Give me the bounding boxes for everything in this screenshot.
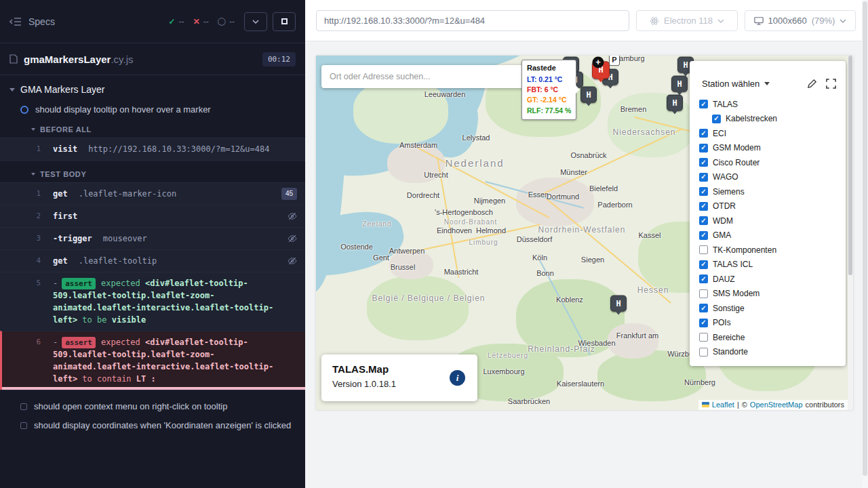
- before-all-section[interactable]: BEFORE ALL: [0, 119, 305, 138]
- station-icon: H: [677, 79, 682, 89]
- collapse-all-button[interactable]: [244, 12, 267, 31]
- command-number: 4: [23, 256, 41, 267]
- station-icon: H: [683, 60, 688, 70]
- layer-toggle-item[interactable]: ✓TALAS: [699, 97, 846, 112]
- checkbox-unchecked-icon[interactable]: [699, 348, 708, 357]
- command-row[interactable]: 6-assertexpected <div#leaflet-tooltip-50…: [0, 331, 305, 390]
- stop-run-button[interactable]: [273, 12, 296, 31]
- layer-label: TALAS ICL: [713, 260, 753, 269]
- layer-toggle-item[interactable]: ✓WAGO: [699, 170, 846, 185]
- checkbox-checked-icon[interactable]: ✓: [699, 187, 708, 196]
- test-body-commands: 1get.leaflet-marker-icon452first3-trigge…: [0, 182, 305, 390]
- osm-link[interactable]: OpenStreetMap: [750, 401, 803, 409]
- map-marker-station[interactable]: H: [667, 95, 683, 111]
- specs-label[interactable]: Specs: [28, 16, 55, 27]
- checkbox-checked-icon[interactable]: ✓: [699, 129, 708, 138]
- layer-toggle-item[interactable]: Bereiche: [699, 330, 846, 345]
- checkbox-checked-icon[interactable]: ✓: [699, 319, 708, 327]
- layer-label: GSM Modem: [713, 143, 761, 152]
- layer-toggle-item[interactable]: ✓DAUZ: [699, 272, 846, 287]
- layer-toggle-item[interactable]: ✓OTDR: [699, 199, 846, 214]
- checkbox-unchecked-icon[interactable]: [699, 333, 708, 342]
- station-select-dropdown[interactable]: Station wählen: [702, 79, 770, 89]
- station-panel-header: Station wählen: [690, 61, 846, 94]
- command-row[interactable]: 2first: [0, 205, 305, 227]
- command-row[interactable]: 3-triggermouseover: [0, 227, 305, 249]
- test-body-section[interactable]: TEST BODY: [0, 164, 305, 182]
- layer-label: Bereiche: [713, 333, 745, 342]
- assert-badge: assert: [62, 337, 96, 348]
- layer-toggle-item[interactable]: ✓GMA: [699, 228, 846, 243]
- checkbox-checked-icon[interactable]: ✓: [699, 202, 708, 211]
- layer-toggle-item[interactable]: ✓ECI: [699, 126, 846, 141]
- contributors-label: contributors: [806, 401, 844, 409]
- stat-passed: ✓--: [169, 17, 184, 26]
- test-item-active[interactable]: should display tooltip on hover over a m…: [0, 100, 305, 119]
- iframe-scrollbar[interactable]: [848, 56, 853, 410]
- map-marker-station[interactable]: H: [580, 87, 597, 103]
- layer-toggle-item[interactable]: TK-Komponenten: [699, 243, 846, 258]
- assert-progress-bar: [2, 387, 305, 390]
- checkbox-unchecked-icon[interactable]: [699, 289, 708, 298]
- command-row[interactable]: 1visithttp://192.168.10.33:3000/?m=12&u=…: [0, 138, 305, 160]
- checkbox-checked-icon[interactable]: ✓: [699, 173, 708, 182]
- layer-toggle-item[interactable]: ✓POIs: [699, 316, 846, 331]
- checkbox-checked-icon[interactable]: ✓: [699, 260, 708, 269]
- edit-pencil-icon[interactable]: [807, 79, 817, 89]
- station-icon: H: [586, 90, 591, 100]
- checkbox-checked-icon[interactable]: ✓: [699, 216, 708, 225]
- layer-label: WAGO: [713, 172, 738, 182]
- app-map[interactable]: HamburgBremenNiedersachsenGroningenLeeuw…: [316, 56, 853, 410]
- layer-toggle-item[interactable]: ✓TALAS ICL: [699, 258, 846, 272]
- command-dash: -: [53, 338, 58, 347]
- layer-toggle-item[interactable]: ✓Cisco Router: [699, 155, 846, 170]
- layer-toggle-item[interactable]: SMS Modem: [699, 287, 846, 302]
- test-pending-icon: [20, 422, 27, 429]
- attribution-separator: |: [737, 401, 739, 409]
- checkbox-checked-icon[interactable]: ✓: [699, 144, 708, 152]
- viewport-selector[interactable]: 1000x660 (79%): [745, 10, 856, 31]
- command-row[interactable]: 5-assertexpected <div#leaflet-tooltip-50…: [0, 272, 305, 331]
- url-bar[interactable]: [316, 10, 629, 31]
- suite-header[interactable]: GMA Markers Layer: [0, 75, 305, 100]
- checkbox-checked-icon[interactable]: ✓: [699, 100, 708, 108]
- marker-plus-icon[interactable]: +: [593, 57, 604, 68]
- layer-toggle-item[interactable]: ✓Siemens: [699, 184, 846, 199]
- layer-toggle-item[interactable]: ✓Sonstige: [699, 301, 846, 316]
- tooltip-measurement: RLF: 77.54 %: [527, 106, 571, 116]
- suite-title: GMA Markers Layer: [20, 84, 104, 95]
- checkbox-checked-icon[interactable]: ✓: [699, 274, 708, 283]
- layer-toggle-item[interactable]: ✓Kabelstrecken: [712, 112, 846, 127]
- test-item[interactable]: should display coordinates when 'Koordin…: [0, 416, 305, 435]
- marker-p-icon[interactable]: P: [609, 56, 620, 66]
- spec-header[interactable]: gmaMarkersLayer.cy.js 00:12: [0, 43, 305, 75]
- checkbox-checked-icon[interactable]: ✓: [699, 231, 708, 240]
- command-row[interactable]: 1get.leaflet-marker-icon45: [0, 183, 305, 205]
- info-icon[interactable]: i: [450, 370, 465, 386]
- map-marker-station[interactable]: H: [610, 296, 627, 312]
- checkbox-checked-icon[interactable]: ✓: [712, 115, 721, 123]
- command-number: 6: [23, 337, 41, 348]
- checkbox-unchecked-icon[interactable]: [699, 245, 708, 254]
- command-number: 1: [23, 188, 41, 200]
- browser-selector[interactable]: Electron 118: [636, 10, 738, 31]
- command-row[interactable]: 4get.leaflet-tooltip: [0, 249, 305, 272]
- page-scrollbar-thumb[interactable]: [863, 1, 867, 476]
- fullscreen-icon[interactable]: [826, 79, 836, 89]
- chevron-down-icon: [717, 19, 724, 23]
- leaflet-link[interactable]: Leaflet: [712, 401, 734, 409]
- layer-toggle-item[interactable]: ✓WDM: [699, 214, 846, 228]
- layer-toggle-item[interactable]: ✓GSM Modem: [699, 141, 846, 156]
- layer-label: WDM: [713, 216, 733, 226]
- checkbox-checked-icon[interactable]: ✓: [699, 158, 708, 167]
- viewport-size: 1000x660: [768, 16, 807, 26]
- iframe-scrollbar-thumb[interactable]: [848, 56, 852, 275]
- layer-toggle-item[interactable]: Standorte: [699, 345, 846, 360]
- layer-label: Kabelstrecken: [726, 114, 777, 123]
- map-marker-station[interactable]: H: [671, 76, 688, 92]
- layer-label: Siemens: [713, 187, 745, 197]
- page-scrollbar[interactable]: [862, 0, 868, 488]
- specs-menu-icon[interactable]: [9, 17, 22, 26]
- test-item[interactable]: should open context menu on right-click …: [0, 397, 305, 416]
- checkbox-checked-icon[interactable]: ✓: [699, 304, 708, 312]
